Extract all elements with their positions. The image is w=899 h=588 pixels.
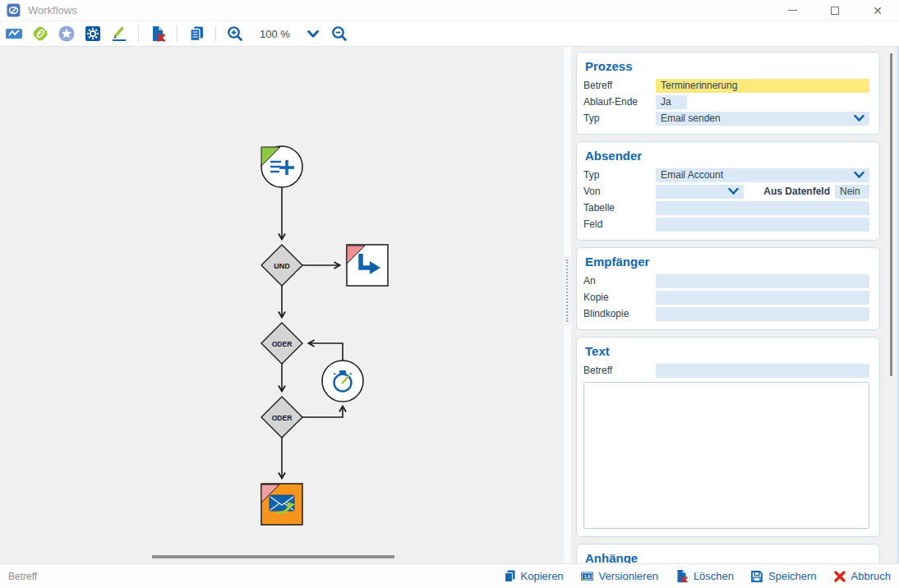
chevron-down-icon [728,188,739,195]
abbruch-button[interactable]: Abbruch [833,570,891,583]
zoom-level: 100 % [260,28,290,40]
field-label: Blindkopie [583,308,656,319]
node-export-task[interactable] [347,245,388,286]
toolbar-separator [215,25,216,42]
abort-icon [833,570,846,583]
field-label: An [583,275,656,287]
workflow-canvas[interactable]: UND ODER [0,47,564,563]
toolbar-separator [138,25,139,42]
aus-datenfeld-input[interactable]: Nein [835,185,869,199]
close-button[interactable]: ✕ [856,0,899,21]
node-timer[interactable] [322,361,363,402]
feld-input[interactable] [656,218,869,232]
section-empfaenger: Empfänger An Kopie Blindkopie [576,247,880,330]
aus-datenfeld-label: Aus Datenfeld [763,186,835,197]
prozess-typ-value: Email senden [661,113,721,124]
speichern-button[interactable]: Speichern [750,570,817,583]
section-title: Text [585,344,869,358]
maximize-button[interactable] [814,0,856,21]
chevron-down-icon [854,115,864,122]
vertical-scrollbar[interactable] [886,47,897,563]
status-bar: Betreff Kopieren 1.0 Versionieren [0,563,899,588]
text-body-input[interactable] [583,382,869,529]
aus-datenfeld-value: Nein [840,186,860,197]
prozess-typ-dropdown[interactable]: Email senden [656,112,869,126]
text-betreff-input[interactable] [656,364,869,378]
field-label: Feld [583,218,656,230]
delete-document-icon [675,569,689,583]
loeschen-button[interactable]: Löschen [675,569,734,583]
panel-splitter[interactable] [564,47,571,563]
main-area: UND ODER [0,47,899,563]
versionieren-button[interactable]: 1.0 Versionieren [580,569,658,583]
section-absender: Absender Typ Email Account Von [576,141,880,241]
copy-icon [503,569,516,583]
ablauf-ende-value: Ja [661,96,671,108]
toolbar: 100 % [0,21,899,47]
gateway-label: UND [274,262,290,270]
status-context-label: Betreff [8,571,37,582]
button-label: Versionieren [599,570,658,582]
kopie-input[interactable] [656,291,869,305]
tabelle-input[interactable] [656,201,869,215]
button-label: Löschen [694,570,734,582]
minimize-button[interactable] [771,0,814,21]
svg-text:1.0: 1.0 [583,574,590,579]
vertical-scrollbar-thumb[interactable] [890,53,892,376]
betreff-value: Terminerinnerung [661,80,737,91]
section-title: Absender [585,149,869,163]
section-title: Empfänger [585,255,869,269]
zoom-in-icon[interactable] [225,24,245,44]
von-dropdown[interactable] [656,185,744,199]
button-label: Abbruch [851,570,891,582]
section-prozess: Prozess Betreff Terminerinnerung Ablauf-… [576,52,880,135]
absender-typ-value: Email Account [661,169,723,181]
edit-icon[interactable] [109,24,129,44]
field-label: Typ [583,169,656,181]
horizontal-scrollbar[interactable] [152,555,394,558]
star-icon[interactable] [57,24,76,44]
field-label: Typ [583,113,656,124]
workflow-icon[interactable] [4,24,24,44]
delete-document-icon[interactable] [148,24,168,44]
attachment-icon[interactable] [30,24,50,44]
window-title: Workflows [28,4,77,16]
node-gateway-oder-1[interactable]: ODER [261,323,302,364]
field-label: Von [583,186,656,197]
field-label: Tabelle [583,202,656,214]
field-label: Kopie [583,292,656,303]
workflow-diagram: UND ODER [0,47,564,563]
button-label: Kopieren [521,570,564,582]
field-label: Ablauf-Ende [583,96,656,108]
splitter-handle[interactable] [565,256,569,325]
node-gateway-oder-2[interactable]: ODER [261,397,302,438]
copy-document-icon[interactable] [187,24,206,44]
zoom-dropdown-chevron-icon[interactable] [303,24,323,44]
properties-panel: Prozess Betreff Terminerinnerung Ablauf-… [571,47,883,563]
gateway-label: ODER [272,414,293,422]
absender-typ-dropdown[interactable]: Email Account [656,168,869,182]
field-label: Betreff [583,80,656,91]
node-email-task[interactable] [261,484,302,525]
blindkopie-input[interactable] [656,307,869,321]
node-start[interactable] [261,146,302,187]
zoom-out-icon[interactable] [330,24,349,44]
button-label: Speichern [768,570,817,582]
chevron-down-icon [854,172,864,178]
section-text: Text Betreff [576,337,880,537]
an-input[interactable] [656,274,869,288]
save-icon [750,570,763,583]
betreff-input[interactable]: Terminerinnerung [656,79,869,93]
field-label: Betreff [583,365,656,376]
settings-icon[interactable] [83,24,103,44]
kopieren-button[interactable]: Kopieren [503,569,564,583]
title-bar: Workflows ✕ [0,0,899,21]
ablauf-ende-input[interactable]: Ja [656,95,687,109]
version-icon: 1.0 [580,569,594,583]
section-anhaenge: Anhänge [576,544,880,563]
send-email-icon [270,495,295,512]
section-title: Prozess [585,59,869,73]
toolbar-separator [177,25,177,42]
section-title: Anhänge [585,551,869,563]
node-gateway-und[interactable]: UND [261,245,302,286]
